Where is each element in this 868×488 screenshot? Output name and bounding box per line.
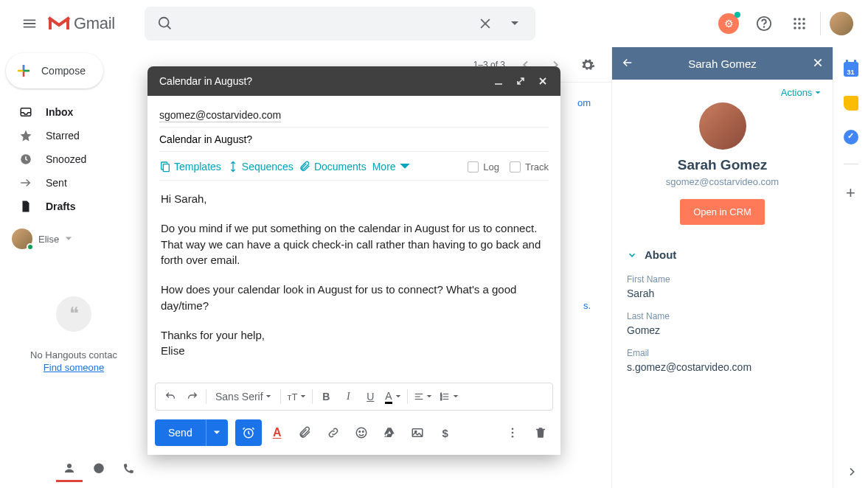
search-input[interactable]: [180, 17, 471, 30]
open-in-crm-button[interactable]: Open in CRM: [680, 199, 765, 225]
chat-tab-phone[interactable]: [115, 456, 142, 482]
contact-email: sgomez@costarvideo.com: [624, 176, 821, 187]
apps-button[interactable]: [785, 9, 814, 38]
nav-label: Snoozed: [46, 153, 86, 165]
nav-starred[interactable]: Starred: [0, 124, 147, 147]
nav-drafts[interactable]: Drafts: [0, 195, 147, 218]
compose-close-button[interactable]: [534, 72, 552, 90]
hide-side-panel-button[interactable]: [846, 466, 858, 481]
close-icon: [538, 77, 547, 86]
arrow-left-icon: [621, 56, 634, 69]
svg-point-14: [802, 27, 805, 29]
text-color-button[interactable]: A: [382, 386, 403, 407]
compose-minimize-button[interactable]: [490, 72, 507, 90]
svg-point-43: [512, 428, 514, 430]
settings-button[interactable]: [576, 53, 600, 77]
compose-label: Compose: [41, 65, 86, 77]
more-options-button[interactable]: [500, 420, 525, 445]
close-icon: [812, 57, 824, 69]
nav-sent[interactable]: Sent: [0, 171, 147, 195]
hs-sequences-button[interactable]: Sequences: [227, 161, 294, 172]
send-options-button[interactable]: [206, 419, 228, 446]
hs-more-button[interactable]: More: [372, 161, 411, 172]
recipient-chip[interactable]: sgomez@costarvideo.com: [159, 109, 281, 121]
chat-tab-hangouts[interactable]: [86, 456, 112, 482]
discard-draft-button[interactable]: [528, 420, 553, 445]
insert-link-button[interactable]: [321, 420, 346, 445]
get-addons-button[interactable]: +: [846, 184, 855, 203]
search-options-button[interactable]: [500, 9, 530, 38]
redo-button[interactable]: [182, 386, 203, 407]
hubspot-toolbar: Templates Sequences Documents More: [159, 152, 549, 181]
bold-icon: B: [322, 391, 330, 402]
image-icon: [411, 426, 424, 439]
inbox-icon: [19, 105, 32, 119]
gmail-product-name: Gmail: [74, 14, 115, 33]
emoji-icon: [355, 426, 368, 439]
keep-addon-button[interactable]: [844, 96, 858, 111]
chat-user-chip[interactable]: Elise: [0, 226, 147, 252]
dollar-icon: $: [442, 427, 448, 439]
align-button[interactable]: [411, 386, 436, 407]
compose-button[interactable]: Compose: [6, 53, 103, 88]
calendar-addon-button[interactable]: 31: [844, 62, 858, 77]
italic-button[interactable]: I: [338, 386, 358, 407]
hs-about-section-header[interactable]: About: [612, 238, 833, 267]
search-button[interactable]: [150, 9, 180, 38]
font-size-button[interactable]: тT: [284, 386, 309, 407]
compose-subject-text: Calendar in August?: [159, 133, 252, 145]
hs-close-button[interactable]: [812, 57, 824, 71]
hs-field-last-name[interactable]: Last Name Gomez: [612, 304, 833, 341]
tasks-addon-button[interactable]: [844, 130, 858, 144]
hs-back-button[interactable]: [621, 56, 634, 72]
bold-button[interactable]: B: [316, 386, 336, 407]
formatting-toggle-button[interactable]: A: [265, 420, 290, 445]
compose-to-field[interactable]: sgomez@costarvideo.com: [159, 103, 549, 128]
hs-documents-button[interactable]: Documents: [299, 161, 367, 172]
main-menu-button[interactable]: [12, 6, 47, 41]
help-icon: [756, 15, 772, 32]
hs-field-first-name[interactable]: First Name Sarah: [612, 267, 833, 304]
schedule-send-button[interactable]: [235, 419, 262, 446]
search-bar[interactable]: [145, 7, 535, 41]
insert-drive-button[interactable]: [377, 420, 402, 445]
list-button[interactable]: 123: [437, 386, 462, 407]
svg-point-13: [798, 27, 801, 29]
hs-templates-button[interactable]: Templates: [159, 161, 221, 172]
hangouts-icon: [92, 462, 105, 475]
hs-field-label: Email: [627, 348, 818, 358]
hubspot-extension-button[interactable]: ⚙: [714, 9, 743, 38]
account-button[interactable]: [827, 9, 856, 38]
compose-subject-field[interactable]: Calendar in August?: [159, 128, 549, 152]
svg-point-38: [356, 428, 367, 438]
confidential-mode-button[interactable]: $: [433, 420, 458, 445]
nav-snoozed[interactable]: Snoozed: [0, 147, 147, 171]
plus-icon: +: [846, 184, 855, 202]
find-someone-link[interactable]: Find someone: [44, 362, 104, 373]
hs-field-email[interactable]: Email s.gomez@costarvideo.com: [612, 341, 833, 377]
compose-header[interactable]: Calendar in August?: [147, 66, 560, 96]
hs-field-value: s.gomez@costarvideo.com: [627, 361, 818, 373]
font-family-button[interactable]: Sans Serif: [209, 386, 277, 407]
hangouts-text: No Hangouts contac: [9, 349, 139, 360]
search-clear-button[interactable]: [471, 9, 500, 38]
hs-log-checkbox[interactable]: Log: [468, 161, 499, 172]
insert-photo-button[interactable]: [405, 420, 430, 445]
format-a-icon: A: [273, 426, 282, 439]
support-button[interactable]: [749, 9, 779, 38]
nav-inbox[interactable]: Inbox: [0, 100, 147, 124]
svg-point-10: [798, 22, 801, 25]
gmail-logo[interactable]: Gmail: [47, 14, 115, 33]
compose-plus-icon: [15, 62, 32, 80]
send-button[interactable]: Send: [155, 419, 206, 446]
insert-emoji-button[interactable]: [349, 420, 374, 445]
hs-actions-dropdown[interactable]: Actions: [781, 87, 821, 98]
attach-file-button[interactable]: [293, 420, 318, 445]
hs-track-checkbox[interactable]: Track: [510, 161, 549, 172]
chat-tab-contacts[interactable]: [56, 456, 83, 482]
compose-body-editor[interactable]: Hi Sarah, Do you mind if we put somethin…: [159, 181, 549, 383]
hangouts-quote-icon: ❝: [56, 296, 91, 332]
compose-fullscreen-button[interactable]: [512, 72, 530, 90]
undo-button[interactable]: [160, 386, 181, 407]
underline-button[interactable]: U: [360, 386, 381, 407]
